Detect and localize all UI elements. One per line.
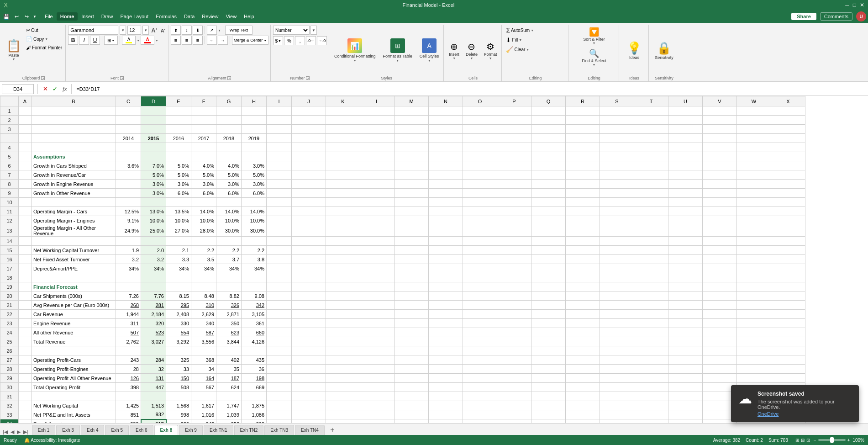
cell-q-24[interactable] [531,328,566,337]
cell-x-13[interactable] [771,225,805,237]
cell-k-14[interactable] [326,237,360,246]
cell-n-20[interactable] [429,291,463,301]
cell-b-14[interactable] [32,237,116,246]
cell-o-24[interactable] [463,328,497,337]
save-quick-btn[interactable]: 💾 [2,12,11,21]
cell-s-32[interactable] [600,401,634,410]
row-number-25[interactable]: 25 [0,337,19,346]
cell-i-24[interactable] [267,328,292,337]
cell-m-33[interactable] [395,410,429,419]
cell-s-27[interactable] [600,355,634,365]
cell-e-31[interactable] [166,392,191,401]
cell-w-26[interactable] [737,346,771,355]
cell-c-20[interactable]: 7.26 [116,291,141,301]
cell-m-30[interactable] [395,383,429,392]
cell-b-7[interactable]: Growth in Revenue/Car [32,170,116,180]
cell-h-11[interactable]: 14.0% [242,207,267,216]
cell-l-34[interactable] [360,419,395,424]
cell-h-2[interactable] [242,116,267,125]
cell-i-33[interactable] [267,410,292,419]
cell-r-10[interactable] [566,198,600,207]
cell-g-4[interactable] [216,143,242,152]
cell-g-26[interactable] [216,346,242,355]
cell-v-10[interactable] [703,198,737,207]
cell-e-29[interactable]: 150 [166,374,191,383]
cell-i-26[interactable] [267,346,292,355]
cell-w-8[interactable] [737,180,771,189]
cell-g-30[interactable]: 624 [216,383,242,392]
cell-g-23[interactable]: 350 [216,319,242,328]
cell-l-11[interactable] [360,207,395,216]
cell-p-12[interactable] [497,216,531,225]
cell-u-16[interactable] [668,255,703,264]
cell-q-29[interactable] [531,374,566,383]
cell-j-25[interactable] [292,337,326,346]
cell-d-6[interactable]: 7.0% [141,161,166,170]
cell-f-14[interactable] [191,237,216,246]
cell-i-29[interactable] [267,374,292,383]
cell-l-17[interactable] [360,264,395,273]
cell-o-12[interactable] [463,216,497,225]
cell-r-7[interactable] [566,170,600,180]
cell-t-22[interactable] [634,310,668,319]
cell-d-22[interactable]: 2,184 [141,310,166,319]
cell-d-8[interactable]: 3.0% [141,180,166,189]
cell-o-10[interactable] [463,198,497,207]
cell-g-13[interactable]: 30.0% [216,225,242,237]
row-number-28[interactable]: 28 [0,365,19,374]
cell-d-12[interactable]: 10.0% [141,216,166,225]
cell-p-15[interactable] [497,246,531,255]
cell-a-11[interactable] [19,207,32,216]
cell-s-22[interactable] [600,310,634,319]
cell-m-3[interactable] [395,125,429,134]
cell-j-29[interactable] [292,374,326,383]
cell-m-28[interactable] [395,365,429,374]
cell-s-13[interactable] [600,225,634,237]
cell-c-33[interactable]: 851 [116,410,141,419]
cell-m-20[interactable] [395,291,429,301]
cell-e-17[interactable]: 34% [166,264,191,273]
row-number-9[interactable]: 9 [0,189,19,198]
cell-s-6[interactable] [600,161,634,170]
cell-q-27[interactable] [531,355,566,365]
cell-q-9[interactable] [531,189,566,198]
cell-m-2[interactable] [395,116,429,125]
cell-n-17[interactable] [429,264,463,273]
cell-w-14[interactable] [737,237,771,246]
col-header-v[interactable]: V [703,96,737,106]
cell-x-7[interactable] [771,170,805,180]
cell-x-2[interactable] [771,116,805,125]
cell-h-14[interactable] [242,237,267,246]
cell-k-2[interactable] [326,116,360,125]
cell-a-31[interactable] [19,392,32,401]
cell-r-9[interactable] [566,189,600,198]
cell-i-1[interactable] [267,106,292,116]
cell-e-32[interactable]: 1,568 [166,401,191,410]
cell-v-20[interactable] [703,291,737,301]
cell-j-5[interactable] [292,152,326,161]
cell-h-30[interactable]: 669 [242,383,267,392]
cell-o-13[interactable] [463,225,497,237]
menu-help[interactable]: Help [240,12,258,21]
row-number-5[interactable]: 5 [0,152,19,161]
cell-g-32[interactable]: 1,747 [216,401,242,410]
cell-o-21[interactable] [463,301,497,310]
cell-k-27[interactable] [326,355,360,365]
cell-w-5[interactable] [737,152,771,161]
cell-p-28[interactable] [497,365,531,374]
cell-g-34[interactable]: 353 [216,419,242,424]
cell-d-31[interactable] [141,392,166,401]
cell-l-30[interactable] [360,383,395,392]
cell-m-32[interactable] [395,401,429,410]
cell-b-25[interactable]: Total Revenue [32,337,116,346]
cell-h-26[interactable] [242,346,267,355]
cell-u-20[interactable] [668,291,703,301]
cell-g-29[interactable]: 187 [216,374,242,383]
cell-s-24[interactable] [600,328,634,337]
formula-icon-x[interactable]: ✕ [42,85,49,92]
cell-k-26[interactable] [326,346,360,355]
cell-u-8[interactable] [668,180,703,189]
row-number-31[interactable]: 31 [0,392,19,401]
cell-g-31[interactable] [216,392,242,401]
cell-m-14[interactable] [395,237,429,246]
